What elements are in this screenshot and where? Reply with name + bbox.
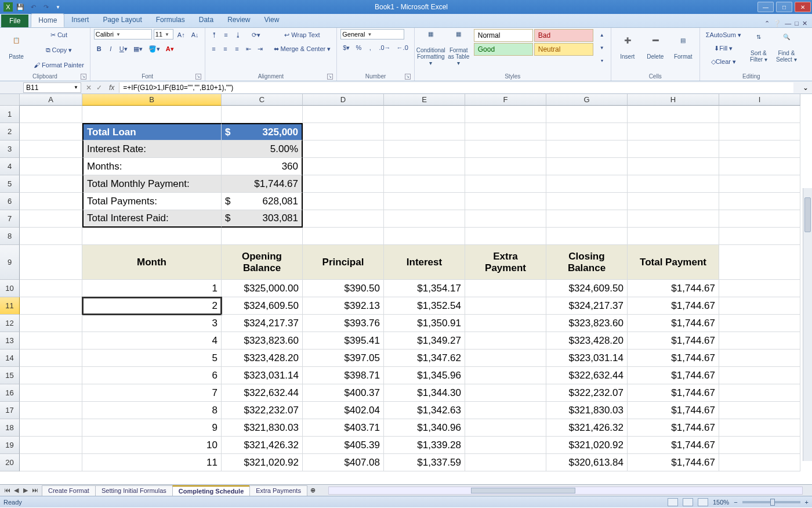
cell-E13[interactable]: $1,349.27 (384, 332, 465, 350)
cell-A2[interactable] (20, 123, 82, 140)
tab-home[interactable]: Home (31, 13, 64, 27)
tab-formulas[interactable]: Formulas (149, 13, 192, 27)
tab-view[interactable]: View (258, 13, 287, 27)
cell-D9[interactable]: Principal (303, 245, 384, 280)
cell-C3[interactable]: 5.00% (222, 140, 303, 158)
cell-C18[interactable]: $321,830.03 (222, 419, 303, 437)
percent-format-icon[interactable]: % (353, 42, 364, 53)
styles-more-icon[interactable]: ▾ (597, 55, 607, 66)
cell-G12[interactable]: $323,823.60 (546, 315, 628, 332)
row-header-18[interactable]: 18 (0, 419, 20, 437)
file-tab[interactable]: File (1, 15, 28, 27)
align-top-icon[interactable]: ⭱ (209, 29, 220, 41)
cell-I12[interactable] (719, 315, 800, 332)
cell-G16[interactable]: $322,232.07 (546, 384, 628, 402)
cell-C15[interactable]: $323,031.14 (222, 367, 303, 384)
undo-icon[interactable]: ↶ (28, 2, 38, 12)
cell-I1[interactable] (719, 106, 800, 123)
align-center-icon[interactable]: ≡ (220, 43, 231, 55)
col-header-B[interactable]: B (82, 94, 222, 106)
cell-E18[interactable]: $1,340.96 (384, 419, 465, 437)
cell-G11[interactable]: $324,217.37 (546, 297, 628, 315)
cell-F3[interactable] (465, 140, 546, 158)
cell-A5[interactable] (20, 175, 82, 193)
cell-E15[interactable]: $1,345.96 (384, 367, 465, 384)
merge-center-button[interactable]: ⬌ Merge & Center ▾ (271, 43, 334, 55)
cell-H12[interactable]: $1,744.67 (628, 315, 719, 332)
cell-D4[interactable] (303, 158, 384, 175)
clipboard-dialog-icon[interactable]: ↘ (81, 74, 86, 80)
row-header-1[interactable]: 1 (0, 106, 20, 123)
row-header-6[interactable]: 6 (0, 193, 20, 210)
cell-I13[interactable] (719, 332, 800, 350)
cell-B9[interactable]: Month (82, 245, 222, 280)
sheet-first-icon[interactable]: ⏮ (2, 487, 12, 494)
cell-D14[interactable]: $397.05 (303, 350, 384, 367)
cell-G6[interactable] (546, 193, 628, 210)
cell-H11[interactable]: $1,744.67 (628, 297, 719, 315)
sheet-last-icon[interactable]: ⏭ (30, 487, 39, 494)
cell-D5[interactable] (303, 175, 384, 193)
cell-B14[interactable]: 5 (82, 350, 222, 367)
decrease-font-icon[interactable]: A↓ (189, 29, 201, 41)
number-format-dropdown[interactable]: General▼ (340, 29, 404, 39)
tab-data[interactable]: Data (192, 13, 220, 27)
cell-F17[interactable] (465, 402, 546, 419)
underline-button[interactable]: U▾ (117, 43, 130, 55)
border-button[interactable]: ▦▾ (131, 43, 145, 55)
decrease-indent-icon[interactable]: ⇤ (244, 43, 254, 55)
find-select-button[interactable]: 🔍Find & Select ▾ (774, 29, 799, 67)
format-as-table-button[interactable]: ▦Format as Table ▾ (446, 29, 472, 67)
cell-H8[interactable] (628, 228, 719, 245)
row-header-3[interactable]: 3 (0, 140, 20, 158)
col-header-G[interactable]: G (546, 94, 628, 106)
cell-G14[interactable]: $323,031.14 (546, 350, 628, 367)
col-header-E[interactable]: E (384, 94, 465, 106)
expand-formula-bar-icon[interactable]: ⌄ (799, 84, 812, 92)
cell-D8[interactable] (303, 228, 384, 245)
cell-G9[interactable]: ClosingBalance (546, 245, 628, 280)
cell-I6[interactable] (719, 193, 800, 210)
page-layout-view-icon[interactable] (683, 498, 693, 506)
cell-E20[interactable]: $1,337.59 (384, 454, 465, 471)
cell-A19[interactable] (20, 437, 82, 454)
style-neutral[interactable]: Neutral (534, 43, 593, 56)
cell-B13[interactable]: 4 (82, 332, 222, 350)
cell-B1[interactable] (82, 106, 222, 123)
cell-D17[interactable]: $402.04 (303, 402, 384, 419)
cell-H6[interactable] (628, 193, 719, 210)
cell-F9[interactable]: ExtraPayment (465, 245, 546, 280)
cell-A18[interactable] (20, 419, 82, 437)
row-header-10[interactable]: 10 (0, 280, 20, 297)
name-box[interactable]: B11▼ (23, 82, 81, 93)
cell-H17[interactable]: $1,744.67 (628, 402, 719, 419)
cell-G1[interactable] (546, 106, 628, 123)
cell-G4[interactable] (546, 158, 628, 175)
row-header-2[interactable]: 2 (0, 123, 20, 140)
cell-E2[interactable] (384, 123, 465, 140)
cell-D16[interactable]: $400.37 (303, 384, 384, 402)
cell-C9[interactable]: OpeningBalance (222, 245, 303, 280)
cell-G3[interactable] (546, 140, 628, 158)
zoom-out-icon[interactable]: − (734, 499, 737, 506)
cell-I14[interactable] (719, 350, 800, 367)
enter-formula-icon[interactable]: ✓ (94, 84, 104, 92)
cell-D6[interactable] (303, 193, 384, 210)
row-header-5[interactable]: 5 (0, 175, 20, 193)
autosum-button[interactable]: Σ AutoSum ▾ (704, 29, 744, 41)
cell-B4[interactable]: Months: (82, 158, 222, 175)
cell-I16[interactable] (719, 384, 800, 402)
cell-F1[interactable] (465, 106, 546, 123)
sheet-prev-icon[interactable]: ◀ (12, 487, 21, 494)
cell-E14[interactable]: $1,347.62 (384, 350, 465, 367)
cell-C13[interactable]: $323,823.60 (222, 332, 303, 350)
cell-B17[interactable]: 8 (82, 402, 222, 419)
cell-B19[interactable]: 10 (82, 437, 222, 454)
orientation-icon[interactable]: ⟳▾ (249, 29, 263, 41)
cell-E19[interactable]: $1,339.28 (384, 437, 465, 454)
window-min-icon[interactable]: — (785, 20, 791, 27)
cell-A6[interactable] (20, 193, 82, 210)
cell-G10[interactable]: $324,609.50 (546, 280, 628, 297)
cell-H3[interactable] (628, 140, 719, 158)
cell-F10[interactable] (465, 280, 546, 297)
